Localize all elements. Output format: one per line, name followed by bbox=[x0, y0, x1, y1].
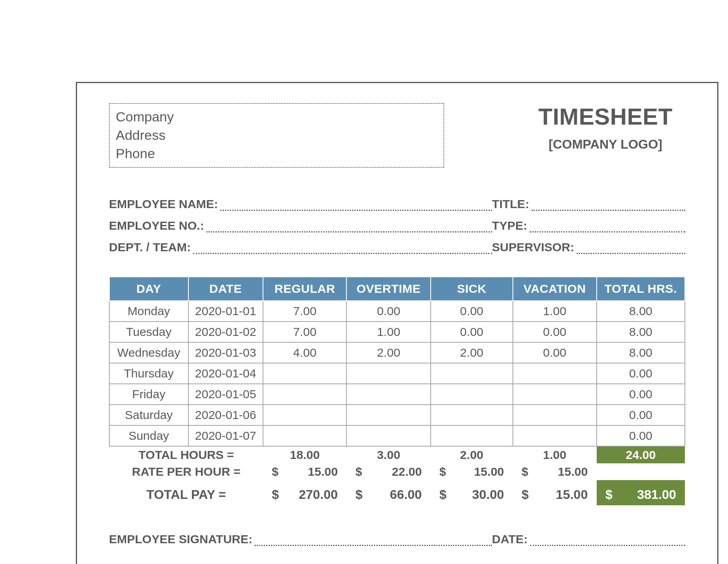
cell-date: 2020-01-03 bbox=[188, 342, 263, 363]
cell-day: Sunday bbox=[109, 425, 188, 446]
rate-label: RATE PER HOUR = bbox=[109, 463, 263, 480]
table-row: Sunday2020-01-070.00 bbox=[109, 425, 685, 446]
employee-sign-date-label: DATE: bbox=[492, 532, 528, 546]
col-date: DATE bbox=[188, 277, 263, 301]
table-row: Monday2020-01-017.000.000.001.008.00 bbox=[109, 301, 685, 322]
employee-signature-label: EMPLOYEE SIGNATURE: bbox=[109, 532, 252, 546]
cell-regular[interactable] bbox=[263, 425, 346, 446]
pay-overtime: $66.00 bbox=[346, 480, 430, 505]
cell-overtime[interactable] bbox=[346, 405, 430, 425]
cell-day: Monday bbox=[109, 301, 188, 322]
total-hours-label: TOTAL HOURS = bbox=[109, 446, 263, 463]
cell-vacation[interactable] bbox=[513, 384, 597, 405]
col-day: DAY bbox=[109, 277, 188, 301]
cell-day: Thursday bbox=[109, 363, 188, 384]
cell-regular[interactable]: 4.00 bbox=[263, 342, 346, 363]
rate-regular: $15.00 bbox=[263, 463, 346, 480]
cell-overtime[interactable]: 1.00 bbox=[346, 322, 430, 342]
company-name: Company bbox=[116, 108, 437, 126]
pay-sick: $30.00 bbox=[431, 480, 513, 505]
supervisor-field[interactable] bbox=[577, 243, 685, 254]
cell-vacation[interactable]: 0.00 bbox=[513, 342, 597, 363]
cell-sick[interactable] bbox=[431, 425, 513, 446]
col-overtime: OVERTIME bbox=[346, 277, 430, 301]
employee-name-label: EMPLOYEE NAME: bbox=[109, 197, 218, 211]
cell-vacation[interactable]: 0.00 bbox=[513, 322, 597, 342]
total-hours-all: 24.00 bbox=[597, 446, 685, 463]
cell-sick[interactable] bbox=[431, 384, 513, 405]
company-logo-placeholder: [COMPANY LOGO] bbox=[526, 137, 685, 152]
cell-sick[interactable] bbox=[431, 363, 513, 384]
cell-overtime[interactable] bbox=[346, 425, 430, 446]
cell-total: 8.00 bbox=[597, 301, 685, 322]
table-row: Thursday2020-01-040.00 bbox=[109, 363, 685, 384]
table-row: Tuesday2020-01-027.001.000.000.008.00 bbox=[109, 322, 685, 342]
cell-date: 2020-01-07 bbox=[188, 425, 263, 446]
cell-regular[interactable] bbox=[263, 384, 346, 405]
table-row: Saturday2020-01-060.00 bbox=[109, 405, 685, 425]
pay-total: $381.00 bbox=[597, 480, 685, 505]
cell-vacation[interactable]: 1.00 bbox=[513, 301, 597, 322]
col-total: TOTAL HRS. bbox=[597, 277, 685, 301]
cell-overtime[interactable]: 0.00 bbox=[346, 301, 430, 322]
cell-day: Wednesday bbox=[109, 342, 188, 363]
cell-date: 2020-01-06 bbox=[188, 405, 263, 425]
cell-vacation[interactable] bbox=[513, 405, 597, 425]
rate-overtime: $22.00 bbox=[346, 463, 430, 480]
dept-team-field[interactable] bbox=[193, 243, 492, 254]
cell-vacation[interactable] bbox=[513, 425, 597, 446]
supervisor-label: SUPERVISOR: bbox=[492, 240, 574, 254]
supervisor-signature-label: SUPERVISOR SIGNATURE: bbox=[109, 561, 264, 564]
total-hours-regular: 18.00 bbox=[263, 446, 346, 463]
col-vacation: VACATION bbox=[513, 277, 597, 301]
col-regular: REGULAR bbox=[263, 277, 346, 301]
cell-overtime[interactable] bbox=[346, 363, 430, 384]
employee-type-label: TYPE: bbox=[492, 219, 527, 232]
cell-overtime[interactable]: 2.00 bbox=[346, 342, 430, 363]
cell-day: Saturday bbox=[109, 405, 188, 425]
total-hours-vacation: 1.00 bbox=[513, 446, 597, 463]
timesheet-table: DAY DATE REGULAR OVERTIME SICK VACATION … bbox=[109, 276, 685, 505]
dept-team-label: DEPT. / TEAM: bbox=[109, 240, 191, 254]
company-info-box: Company Address Phone bbox=[109, 103, 444, 168]
cell-total: 8.00 bbox=[597, 342, 685, 363]
cell-sick[interactable]: 0.00 bbox=[431, 301, 513, 322]
cell-vacation[interactable] bbox=[513, 363, 597, 384]
total-hours-overtime: 3.00 bbox=[346, 446, 430, 463]
employee-sign-date-field[interactable] bbox=[530, 535, 685, 546]
cell-overtime[interactable] bbox=[346, 384, 430, 405]
company-phone: Phone bbox=[116, 145, 437, 163]
table-row: Friday2020-01-050.00 bbox=[109, 384, 685, 405]
cell-regular[interactable]: 7.00 bbox=[263, 301, 346, 322]
cell-day: Tuesday bbox=[109, 322, 188, 342]
company-address: Address bbox=[116, 126, 437, 145]
cell-total: 0.00 bbox=[597, 425, 685, 446]
cell-regular[interactable] bbox=[263, 405, 346, 425]
cell-date: 2020-01-01 bbox=[188, 301, 263, 322]
cell-date: 2020-01-02 bbox=[188, 322, 263, 342]
page-title: TIMESHEET bbox=[526, 103, 685, 130]
cell-total: 8.00 bbox=[597, 322, 685, 342]
cell-total: 0.00 bbox=[597, 384, 685, 405]
employee-name-field[interactable] bbox=[220, 200, 492, 211]
employee-title-field[interactable] bbox=[532, 200, 685, 211]
supervisor-sign-date-label: DATE: bbox=[492, 561, 528, 564]
pay-vacation: $15.00 bbox=[513, 480, 597, 505]
cell-total: 0.00 bbox=[597, 363, 685, 384]
cell-sick[interactable]: 2.00 bbox=[431, 342, 513, 363]
rate-total-blank bbox=[597, 463, 685, 480]
employee-signature-field[interactable] bbox=[255, 535, 492, 546]
cell-day: Friday bbox=[109, 384, 188, 405]
col-sick: SICK bbox=[431, 277, 513, 301]
pay-regular: $270.00 bbox=[263, 480, 346, 505]
employee-no-field[interactable] bbox=[206, 222, 492, 232]
cell-sick[interactable] bbox=[431, 405, 513, 425]
cell-regular[interactable] bbox=[263, 363, 346, 384]
cell-date: 2020-01-04 bbox=[188, 363, 263, 384]
employee-type-field[interactable] bbox=[530, 222, 685, 232]
table-row: Wednesday2020-01-034.002.002.000.008.00 bbox=[109, 342, 685, 363]
cell-regular[interactable]: 7.00 bbox=[263, 322, 346, 342]
timesheet-card: Company Address Phone TIMESHEET [COMPANY… bbox=[76, 82, 718, 564]
rate-sick: $15.00 bbox=[431, 463, 513, 480]
cell-sick[interactable]: 0.00 bbox=[431, 322, 513, 342]
